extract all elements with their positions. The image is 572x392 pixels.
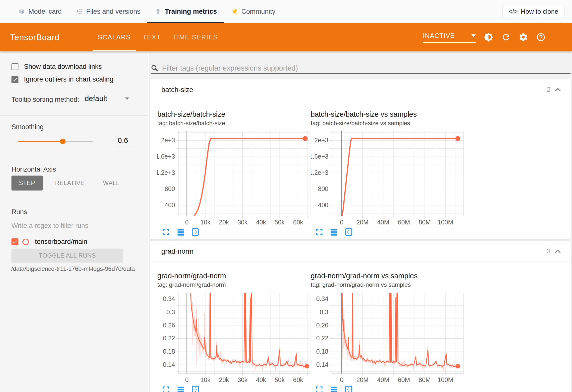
- chevron-up-icon[interactable]: [554, 86, 562, 94]
- horizontal-axis-buttons: STEP RELATIVE WALL: [11, 176, 125, 191]
- top-navigation: Model card Files and versions Training m…: [0, 0, 572, 23]
- fit-data-icon[interactable]: [345, 386, 353, 392]
- code-icon: </>: [509, 8, 518, 15]
- charts-row: batch-size/batch-size tag: batch-size/ba…: [150, 100, 571, 236]
- svg-text:30k: 30k: [237, 376, 248, 383]
- svg-text:0.22: 0.22: [316, 335, 328, 342]
- log-scale-icon[interactable]: [177, 228, 185, 236]
- axis-step-button[interactable]: STEP: [11, 176, 43, 191]
- log-scale-icon[interactable]: [330, 386, 338, 392]
- svg-text:30k: 30k: [237, 219, 248, 226]
- chart-toolbar: [162, 386, 311, 392]
- svg-text:0.18: 0.18: [163, 348, 175, 355]
- svg-text:1.2e+3: 1.2e+3: [157, 169, 175, 176]
- check-icon: [12, 77, 18, 82]
- smoothing-slider[interactable]: 0,6: [18, 138, 135, 145]
- chart-plot[interactable]: 010k20k30k40k50k60k0.140.180.220.260.30.…: [157, 293, 311, 385]
- card-header-right: 3: [547, 247, 562, 255]
- ignore-outliers-checkbox[interactable]: [11, 76, 18, 83]
- tb-tab-label: TIME SERIES: [173, 33, 218, 41]
- svg-text:80M: 80M: [419, 376, 431, 383]
- chart-toolbar: [162, 228, 311, 236]
- card-title: batch-size: [161, 86, 193, 94]
- svg-text:0: 0: [340, 219, 344, 226]
- chart-plot[interactable]: 020M40M60M80M100M4008001.2e+31.6e+32e+3: [311, 131, 464, 227]
- how-to-clone-button[interactable]: </> How to clone: [502, 5, 565, 18]
- chart-grad-norm-step: grad-norm/grad-norm tag: grad-norm/grad-…: [157, 272, 311, 392]
- tooltip-sorting-label: Tooltip sorting method:: [11, 96, 79, 105]
- chevron-up-icon[interactable]: [554, 248, 562, 255]
- svg-text:1.6e+3: 1.6e+3: [157, 153, 175, 160]
- chart-title: grad-norm/grad-norm: [157, 272, 311, 280]
- toggle-all-runs-button[interactable]: TOGGLE ALL RUNS: [11, 249, 123, 263]
- run-isolate-radio[interactable]: [22, 239, 29, 245]
- tb-tab-text[interactable]: TEXT: [137, 23, 167, 51]
- svg-text:60M: 60M: [398, 376, 410, 383]
- tab-model-card[interactable]: Model card: [11, 0, 69, 23]
- tb-tab-time-series[interactable]: TIME SERIES: [167, 23, 224, 51]
- svg-text:60M: 60M: [398, 219, 410, 226]
- tb-tab-scalars[interactable]: SCALARS: [92, 23, 137, 51]
- chevron-down-icon: [125, 98, 129, 100]
- axis-relative-button[interactable]: RELATIVE: [49, 176, 91, 191]
- search-icon: [151, 64, 159, 72]
- fullscreen-icon[interactable]: [315, 386, 323, 392]
- divider: [0, 115, 148, 116]
- show-download-links-checkbox[interactable]: [11, 63, 18, 70]
- check-icon: [12, 239, 18, 245]
- smoothing-value[interactable]: 0,6: [117, 136, 142, 147]
- slider-thumb[interactable]: [60, 139, 66, 144]
- log-scale-icon[interactable]: [330, 228, 338, 236]
- tab-label: Model card: [28, 8, 62, 15]
- runs-filter-input[interactable]: [11, 221, 125, 233]
- runs-label: Runs: [11, 208, 27, 216]
- axis-wall-button[interactable]: WALL: [97, 176, 125, 191]
- fullscreen-icon[interactable]: [162, 386, 170, 392]
- settings-gear-icon[interactable]: [519, 32, 528, 42]
- runs-data-path: /data/bigscience-tr11-176b-ml-logs-96d70…: [11, 265, 135, 272]
- svg-text:2e+3: 2e+3: [161, 137, 175, 144]
- fit-data-icon[interactable]: [191, 386, 199, 392]
- run-checkbox[interactable]: [11, 238, 18, 245]
- reload-icon[interactable]: [501, 32, 511, 42]
- hf-tabs: Model card Files and versions Training m…: [11, 0, 282, 23]
- brightness-icon[interactable]: [484, 32, 493, 42]
- svg-text:800: 800: [318, 185, 328, 192]
- chart-plot[interactable]: 020M40M60M80M100M0.140.180.220.260.30.34: [311, 293, 464, 385]
- chart-title: batch-size/batch-size vs samples: [311, 110, 464, 118]
- run-name: tensorboard/main: [35, 238, 87, 246]
- divider: [0, 201, 148, 201]
- filter-tags-input[interactable]: [162, 64, 571, 72]
- svg-text:0.3: 0.3: [166, 308, 175, 315]
- svg-text:0.18: 0.18: [316, 348, 328, 355]
- chart-tag: tag: batch-size/batch-size: [157, 120, 311, 127]
- tab-files-and-versions[interactable]: Files and versions: [69, 0, 148, 23]
- card-header-right: 2: [547, 86, 562, 94]
- show-download-links-row: Show data download links: [11, 63, 102, 71]
- svg-text:400: 400: [165, 201, 175, 208]
- svg-text:20M: 20M: [356, 219, 369, 226]
- log-scale-icon[interactable]: [177, 386, 185, 392]
- card-title: grad-norm: [161, 247, 193, 255]
- status-dropdown[interactable]: INACTIVE: [423, 32, 476, 43]
- chart-tag: tag: grad-norm/grad-norm: [157, 281, 311, 288]
- chart-plot[interactable]: 010k20k30k40k50k60k4008001.2e+31.6e+32e+…: [157, 131, 311, 227]
- svg-text:0.22: 0.22: [163, 335, 175, 342]
- fit-data-icon[interactable]: [345, 228, 353, 236]
- fullscreen-icon[interactable]: [315, 228, 323, 236]
- fit-data-icon[interactable]: [191, 228, 199, 236]
- chart-title: batch-size/batch-size: [157, 110, 311, 118]
- tensorboard-tabs: SCALARS TEXT TIME SERIES: [92, 23, 224, 51]
- svg-text:1.6e+3: 1.6e+3: [311, 153, 328, 160]
- tooltip-sorting-select[interactable]: default: [85, 94, 129, 105]
- svg-text:40M: 40M: [377, 376, 389, 383]
- fullscreen-icon[interactable]: [162, 228, 170, 236]
- chart-toolbar: [315, 228, 464, 236]
- help-icon[interactable]: [536, 32, 546, 42]
- tab-community[interactable]: Community: [224, 0, 283, 23]
- tab-training-metrics[interactable]: Training metrics: [147, 0, 224, 23]
- svg-text:0.26: 0.26: [163, 322, 175, 329]
- svg-text:20M: 20M: [356, 376, 369, 383]
- svg-text:50k: 50k: [275, 219, 285, 226]
- svg-text:20k: 20k: [219, 376, 229, 383]
